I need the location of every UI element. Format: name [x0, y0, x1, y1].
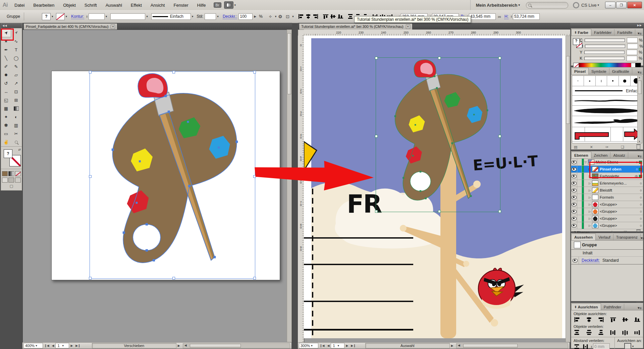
cs-live-button[interactable]: CS Live ▾: [573, 2, 599, 8]
expand-icon[interactable]: ▷: [588, 182, 591, 185]
target-icon[interactable]: ○: [640, 223, 643, 228]
align-center-button[interactable]: [585, 316, 593, 323]
artboard-tool[interactable]: ▭: [1, 130, 11, 138]
fill-dropdown-icon[interactable]: ▾: [52, 15, 53, 18]
layer-name[interactable]: <Gruppe>: [600, 209, 617, 213]
expand-icon[interactable]: ▽: [584, 161, 587, 164]
menu-schrift[interactable]: Schrift: [80, 0, 101, 10]
distribute-h-center-button[interactable]: [621, 329, 630, 336]
delete-brush-icon[interactable]: [637, 145, 640, 149]
layer-row-erlenmeyer[interactable]: ▷ Erlenmeyerko... ○: [571, 180, 643, 187]
draw-inside-icon[interactable]: [15, 178, 21, 183]
stroke-weight-dropdown-icon[interactable]: ▾: [106, 15, 107, 18]
menu-objekt[interactable]: Objekt: [59, 0, 80, 10]
black-slider[interactable]: K%: [578, 55, 643, 61]
right-status-flyout-icon[interactable]: ▶: [450, 344, 455, 347]
align-top-button[interactable]: [609, 316, 618, 323]
tab-symbole[interactable]: Symbole: [589, 68, 609, 74]
arrange-dropdown-icon[interactable]: ▾: [234, 3, 236, 7]
arrange-documents-button[interactable]: [224, 1, 233, 9]
gradient-mode-icon[interactable]: [8, 171, 14, 176]
opacity-flyout-icon[interactable]: ▶: [253, 15, 258, 18]
left-next-page-button[interactable]: ▶: [69, 344, 74, 347]
opacity-label[interactable]: Deckkr.:: [223, 14, 237, 19]
swap-fill-stroke-icon[interactable]: ⇄: [18, 148, 21, 151]
fill-proxy-swatch[interactable]: ?: [4, 149, 12, 158]
layer-name[interactable]: <Gruppe>: [600, 202, 617, 206]
mesh-tool[interactable]: ▦: [1, 104, 11, 113]
yellow-slider[interactable]: Y%: [578, 49, 643, 55]
horizontal-space-button[interactable]: [581, 343, 590, 349]
ellipse-tool[interactable]: ◯: [11, 54, 21, 62]
brush-item[interactable]: [572, 76, 584, 86]
style-dropdown-icon[interactable]: ▾: [217, 15, 219, 18]
left-prev-page-button[interactable]: ◀: [50, 344, 55, 347]
target-icon[interactable]: ○: [640, 216, 643, 220]
align-bottom-button[interactable]: [633, 316, 642, 323]
stroke-dropdown-icon[interactable]: ▾: [66, 15, 67, 18]
visibility-icon[interactable]: [572, 182, 577, 185]
eraser-tool[interactable]: ▱: [11, 71, 21, 79]
align-bottom-icon[interactable]: [337, 13, 344, 19]
right-first-page-button[interactable]: ❙◀: [318, 344, 326, 347]
visibility-icon[interactable]: [572, 174, 577, 178]
lock-cell[interactable]: [577, 180, 582, 187]
magenta-slider[interactable]: M%: [578, 43, 643, 49]
align-to-artboard-icon[interactable]: [624, 343, 631, 349]
layer-name[interactable]: Formeln: [600, 195, 614, 199]
distribute-top-button[interactable]: [573, 329, 581, 336]
visibility-icon[interactable]: [572, 167, 577, 171]
left-scroll-left-icon[interactable]: ◀: [183, 344, 188, 347]
width-profile-field[interactable]: Einfach: [151, 13, 191, 20]
menu-auswahl[interactable]: Auswahl: [101, 0, 126, 10]
align-middle-button[interactable]: [621, 316, 630, 323]
lock-cell[interactable]: [577, 215, 582, 222]
tab-grafikstile[interactable]: Grafikstile: [609, 68, 632, 74]
left-zoom-level[interactable]: 400%▾: [23, 343, 43, 348]
hand-tool[interactable]: ✌: [1, 138, 11, 146]
lock-cell[interactable]: [577, 222, 582, 229]
recolor-artwork-icon[interactable]: ❂: [276, 13, 284, 20]
tab-aussehen[interactable]: Aussehen: [571, 234, 596, 240]
tab-transparenz[interactable]: Transparenz: [613, 234, 641, 240]
blob-brush-tool[interactable]: ✹: [1, 71, 11, 79]
draw-behind-icon[interactable]: [8, 178, 14, 183]
pen-tool[interactable]: ✒: [1, 46, 11, 54]
layer-row-gruppe-2[interactable]: ▷ <Gruppe> ○: [571, 208, 643, 215]
brush-row-decorative[interactable]: [572, 142, 642, 143]
brush-item[interactable]: [607, 76, 619, 86]
symbol-sprayer-tool[interactable]: ✽: [1, 121, 11, 130]
panel-menu-icon[interactable]: ▾≡: [638, 306, 643, 310]
none-mode-icon[interactable]: [15, 171, 21, 176]
layer-name[interactable]: <Gruppe>: [600, 216, 617, 220]
width-profile-dropdown-icon[interactable]: ▾: [192, 15, 194, 18]
scale-tool[interactable]: ↗: [11, 79, 21, 88]
right-scroll-left-icon[interactable]: ◀: [457, 344, 462, 347]
panel-menu-icon[interactable]: ▾≡: [641, 236, 644, 240]
right-prev-page-button[interactable]: ◀: [326, 344, 331, 347]
stroke-color-swatch[interactable]: [56, 13, 65, 20]
visibility-icon[interactable]: [573, 259, 578, 262]
distribute-h-left-button[interactable]: [609, 329, 618, 336]
workspace-switcher[interactable]: Mein Arbeitsbereich ▾: [470, 0, 520, 10]
tab-ebenen[interactable]: Ebenen: [571, 152, 591, 158]
lock-cell[interactable]: [577, 159, 582, 165]
lock-cell[interactable]: [577, 208, 582, 215]
brush-row-arrow[interactable]: [572, 127, 642, 142]
visibility-icon[interactable]: [572, 217, 577, 220]
draw-normal-icon[interactable]: [2, 178, 8, 183]
expand-icon[interactable]: ▷: [588, 224, 591, 227]
brush-row-charcoal[interactable]: [572, 96, 642, 106]
zoom-tool[interactable]: [11, 138, 21, 146]
right-vscroll-thumb[interactable]: [566, 56, 570, 124]
rotate-tool[interactable]: ↺: [1, 79, 11, 88]
brush-item[interactable]: [584, 76, 596, 86]
right-vertical-scrollbar[interactable]: [566, 36, 571, 342]
brush-item[interactable]: [596, 76, 607, 86]
shape-builder-tool[interactable]: ◱: [1, 96, 11, 104]
tab-absatz[interactable]: Absatz: [610, 152, 628, 158]
tab-pinsel[interactable]: Pinsel: [571, 68, 589, 74]
search-input[interactable]: [526, 2, 568, 8]
align-to-dropdown-icon[interactable]: ▾: [632, 345, 634, 348]
appearance-opacity-row[interactable]: Deckkraft: Standard: [571, 257, 643, 264]
